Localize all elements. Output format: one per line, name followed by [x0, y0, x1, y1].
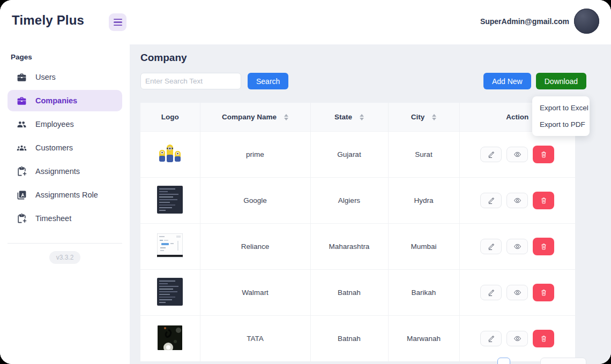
app-window: Timely Plus SuperAdmin@gmail.com Pages U… [0, 0, 611, 364]
download-button[interactable]: Download [536, 73, 586, 89]
cell-city: Surat [388, 132, 459, 178]
company-logo-image [157, 278, 183, 306]
sort-icon[interactable] [360, 114, 364, 120]
cell-city: Marwanah [388, 316, 459, 362]
top-header: Timely Plus SuperAdmin@gmail.com [0, 0, 611, 44]
sidebar-item-timesheet[interactable]: Timesheet [8, 208, 122, 229]
sidebar: Pages Users Companies Employees Customer… [0, 44, 130, 364]
pagination [497, 358, 586, 364]
sidebar-section-label: Pages [11, 53, 130, 61]
view-button[interactable] [506, 239, 528, 254]
main-content: Company Search Add New Download Export t… [130, 44, 611, 364]
group-icon [16, 142, 27, 153]
delete-button[interactable] [533, 330, 554, 347]
company-logo-image [157, 233, 183, 258]
company-logo-image [158, 143, 182, 164]
cell-state: Algiers [310, 178, 388, 224]
table-row: Reliance Maharashtra Mumbai [140, 224, 575, 270]
briefcase-icon [16, 95, 27, 106]
company-logo-image [157, 186, 183, 214]
view-button[interactable] [506, 193, 528, 208]
edit-button[interactable] [480, 147, 502, 162]
cell-city: Barikah [388, 270, 459, 316]
edit-button[interactable] [480, 239, 502, 254]
table-row: Google Algiers Hydra [140, 178, 575, 224]
table-row: TATA Batnah Marwanah [140, 316, 575, 362]
add-new-button[interactable]: Add New [483, 73, 531, 89]
search-button[interactable]: Search [248, 73, 288, 89]
cell-state: Maharashtra [310, 224, 388, 270]
briefcase-icon [16, 72, 27, 82]
cell-company-name: Reliance [200, 224, 310, 270]
table-row: Walmart Batnah Barikah [140, 270, 575, 316]
column-header-company-name: Company Name [200, 103, 310, 132]
edit-button[interactable] [480, 285, 502, 300]
sidebar-divider [8, 243, 122, 244]
column-header-state: State [310, 103, 388, 132]
sidebar-item-label: Companies [35, 96, 77, 105]
user-email: SuperAdmin@gmail.com [480, 17, 569, 26]
edit-button[interactable] [480, 193, 502, 208]
toolbar: Search Add New Download [140, 73, 586, 89]
clipboard-add-icon [16, 213, 27, 224]
company-logo-image [158, 325, 182, 350]
menu-item-export-excel[interactable]: Export to Excel [532, 100, 590, 116]
people-icon [16, 119, 27, 130]
page-title: Company [140, 52, 187, 64]
sidebar-item-assignments[interactable]: Assignments [8, 161, 122, 182]
column-header-city: City [388, 103, 459, 132]
edit-button[interactable] [480, 331, 502, 346]
view-button[interactable] [506, 331, 528, 346]
menu-toggle-button[interactable] [109, 13, 126, 31]
version-badge: v3.3.2 [49, 251, 80, 264]
sidebar-item-label: Customers [35, 143, 73, 152]
cell-company-name: Walmart [200, 270, 310, 316]
pagination-page-button[interactable] [497, 358, 510, 364]
sidebar-item-label: Users [35, 73, 56, 81]
sidebar-item-customers[interactable]: Customers [8, 137, 122, 158]
cell-company-name: TATA [200, 316, 310, 362]
sort-icon[interactable] [432, 114, 436, 120]
search-input[interactable] [140, 73, 241, 89]
sidebar-item-label: Timesheet [35, 214, 71, 223]
letter-a-box-icon [16, 189, 27, 200]
column-header-logo: Logo [140, 103, 200, 132]
delete-button[interactable] [533, 284, 554, 301]
view-button[interactable] [506, 285, 528, 300]
cell-city: Mumbai [388, 224, 459, 270]
pagination-next-button[interactable] [540, 358, 586, 364]
sidebar-item-label: Assignments Role [35, 191, 98, 199]
sidebar-item-assignments-role[interactable]: Assignments Role [8, 184, 122, 206]
view-button[interactable] [506, 147, 528, 162]
cell-state: Gujarat [310, 132, 388, 178]
sidebar-item-label: Employees [35, 120, 74, 128]
sidebar-item-users[interactable]: Users [8, 66, 122, 88]
sidebar-item-label: Assignments [35, 167, 80, 176]
companies-table: Logo Company Name State City [140, 103, 575, 361]
app-title: Timely Plus [12, 13, 84, 28]
clipboard-add-icon [16, 166, 27, 177]
avatar[interactable] [574, 9, 599, 34]
menu-item-export-pdf[interactable]: Export to PDF [532, 116, 590, 133]
table-row: prime Gujarat Surat [140, 132, 575, 178]
sidebar-item-companies[interactable]: Companies [8, 90, 122, 111]
delete-button[interactable] [533, 238, 554, 255]
delete-button[interactable] [533, 192, 554, 209]
download-dropdown-menu: Export to Excel Export to PDF [532, 96, 590, 136]
cell-state: Batnah [310, 316, 388, 362]
cell-city: Hydra [388, 178, 459, 224]
cell-company-name: Google [200, 178, 310, 224]
sidebar-item-employees[interactable]: Employees [8, 113, 122, 135]
cell-company-name: prime [200, 132, 310, 178]
delete-button[interactable] [533, 146, 554, 163]
cell-state: Batnah [310, 270, 388, 316]
table-header-row: Logo Company Name State City [140, 103, 575, 132]
sort-icon[interactable] [284, 114, 288, 120]
